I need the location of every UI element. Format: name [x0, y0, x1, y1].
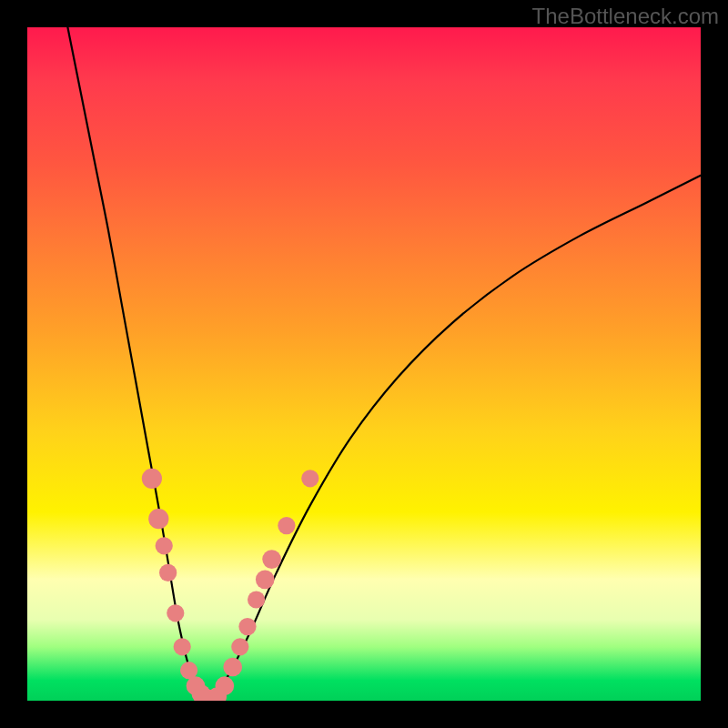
chart-plot-area [27, 27, 701, 701]
data-marker [248, 591, 265, 608]
data-marker [159, 564, 177, 581]
data-marker [256, 570, 275, 589]
curve-left-branch [67, 27, 208, 700]
data-marker [301, 470, 318, 487]
data-marker [231, 638, 248, 655]
watermark-text: TheBottleneck.com [532, 4, 719, 29]
data-marker [167, 604, 184, 622]
data-marker [278, 517, 295, 534]
curve-right-branch [209, 176, 701, 700]
data-marker [148, 509, 168, 529]
chart-lines [67, 27, 701, 700]
data-marker [238, 618, 256, 635]
data-marker [223, 658, 242, 677]
data-marker [142, 469, 162, 489]
chart-markers [142, 469, 319, 701]
data-marker [215, 676, 234, 695]
chart-frame: TheBottleneck.com [0, 0, 728, 728]
data-marker [262, 550, 281, 569]
data-marker [156, 537, 173, 554]
chart-svg [27, 27, 701, 701]
data-marker [174, 638, 191, 655]
